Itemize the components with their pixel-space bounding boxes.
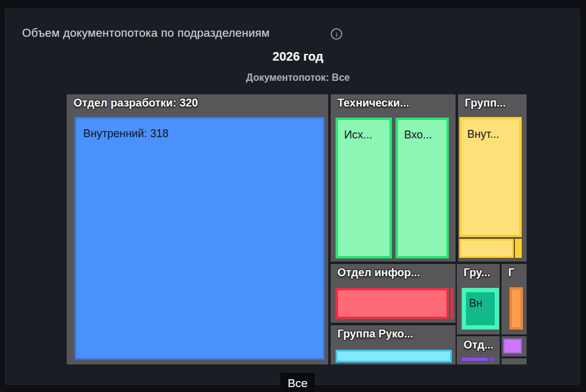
tile-label: Вхо...	[398, 120, 446, 141]
treemap-tile-vnutrenniy[interactable]: Внутренний: 318	[75, 117, 325, 360]
dashboard-panel: Объем документопотока по подразделениям …	[5, 9, 580, 385]
group-header[interactable]: Отдел инфор...	[337, 266, 453, 279]
tile-label: Вн	[466, 292, 495, 310]
treemap-tile-purple-main[interactable]	[461, 357, 488, 361]
treemap-group-empty[interactable]	[501, 358, 527, 364]
treemap-tile-vkhodyashchiy[interactable]: Вхо...	[396, 118, 449, 258]
tile-label: Внут...	[462, 119, 519, 141]
tile-label: Внутренний: 318	[77, 119, 323, 140]
treemap-tile-yellow-small-2[interactable]	[515, 239, 522, 258]
treemap-tile-vn[interactable]: Вн	[462, 288, 499, 330]
group-header[interactable]: Отдел разработки: 320	[73, 97, 326, 110]
treemap-tile-red-sliver[interactable]	[451, 288, 453, 319]
panel-title: Объем документопотока по подразделениям	[22, 26, 269, 40]
group-header[interactable]: Отд...	[464, 339, 497, 352]
treemap-tile-iskhodyashchiy[interactable]: Исх...	[336, 118, 392, 258]
treemap-breadcrumb-root[interactable]: Все	[280, 373, 315, 392]
chart-subtitle: Документопоток: Все	[10, 72, 585, 83]
treemap-tile-orange[interactable]	[509, 287, 523, 330]
treemap-tile-purple-small[interactable]	[489, 357, 494, 361]
treemap-tile-violet[interactable]	[503, 339, 522, 353]
group-header[interactable]: Технически...	[337, 97, 453, 110]
treemap-tile-red[interactable]	[336, 288, 449, 319]
group-header[interactable]: Групп...	[465, 97, 524, 110]
group-header[interactable]: Г	[508, 266, 524, 279]
group-header[interactable]: Гру...	[464, 266, 497, 279]
chart-title: 2026 год	[10, 50, 585, 64]
treemap-tile-vnutrenniy-yellow[interactable]: Внут...	[459, 117, 522, 237]
treemap-tile-cyan[interactable]	[336, 350, 452, 363]
tile-label: Исх...	[338, 120, 389, 141]
info-icon[interactable]: i	[331, 28, 342, 40]
group-header[interactable]: Группа Руко...	[337, 328, 453, 341]
treemap-tile-yellow-small-1[interactable]	[459, 239, 514, 258]
